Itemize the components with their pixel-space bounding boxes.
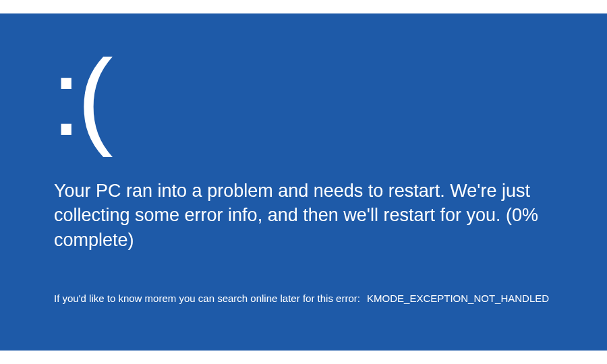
bsod-screen: :( Your PC ran into a problem and needs … bbox=[0, 13, 607, 351]
error-code: KMODE_EXCEPTION_NOT_HANDLED bbox=[367, 293, 549, 304]
sad-face-icon: :( bbox=[51, 44, 553, 152]
error-hint: If you'd like to know morem you can sear… bbox=[54, 293, 553, 304]
error-hint-text: If you'd like to know morem you can sear… bbox=[54, 293, 360, 304]
error-message: Your PC ran into a problem and needs to … bbox=[54, 179, 553, 252]
